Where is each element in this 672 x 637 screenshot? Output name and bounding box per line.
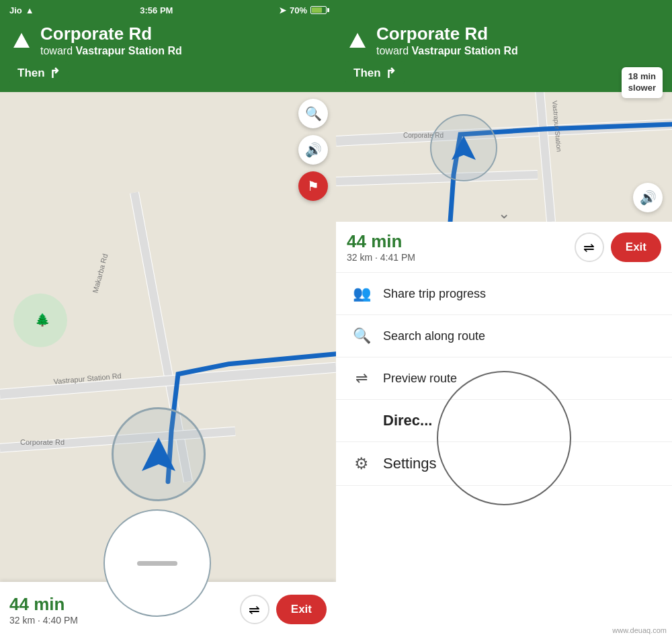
search-route-icon: 🔍 xyxy=(349,327,374,345)
location-icon: ➤ xyxy=(279,5,286,15)
left-nav-header: Corporate Rd toward Vastrapur Station Rd… xyxy=(0,20,336,92)
carrier-text: Jio xyxy=(9,5,22,15)
left-map-area: 🌲 Makarba Rd Vastrapur Station Rd Corpor… xyxy=(0,92,336,582)
flag-button[interactable]: ⚑ xyxy=(298,171,328,201)
left-status-bar: Jio ▲ 3:56 PM ➤ 70% xyxy=(0,0,336,20)
menu-list: 👥 Share trip progress 🔍 Search along rou… xyxy=(336,273,672,637)
r-location-circle xyxy=(430,114,497,181)
share-trip-icon: 👥 xyxy=(349,285,374,302)
r-road-direction: toward Vastrapur Station Rd xyxy=(376,45,518,57)
settings-label: Settings xyxy=(383,455,437,472)
tooltip-line2: slower xyxy=(628,83,656,93)
location-arrow-icon xyxy=(142,437,175,471)
r-turn-right-icon: ↱ xyxy=(385,65,396,81)
menu-item-preview-route[interactable]: ⇌ Preview route xyxy=(336,357,672,400)
rt-time-sub: 32 km · 4:41 PM xyxy=(347,252,575,263)
settings-icon: ⚙ xyxy=(349,454,374,473)
menu-item-share-trip[interactable]: 👥 Share trip progress xyxy=(336,273,672,315)
time-sub: 32 km · 4:40 PM xyxy=(9,615,233,626)
share-trip-label: Share trip progress xyxy=(383,287,486,301)
swap-route-button[interactable]: ⇌ xyxy=(240,595,269,624)
r-swap-route-button[interactable]: ⇌ xyxy=(575,232,604,262)
road-direction: toward Vastrapur Station Rd xyxy=(40,45,182,57)
rt-time-main: 44 min xyxy=(347,231,575,252)
then-label: Then xyxy=(17,67,45,80)
swipe-handle xyxy=(137,561,177,566)
r-sound-button[interactable]: 🔊 xyxy=(633,183,663,212)
right-map-controls: 🔊 xyxy=(633,183,663,212)
sound-button[interactable]: 🔊 xyxy=(298,135,328,165)
tooltip-line1: 18 min xyxy=(628,71,656,81)
road-name: Corporate Rd xyxy=(40,24,182,44)
preview-route-icon: ⇌ xyxy=(349,370,374,387)
r-location-arrow-icon xyxy=(452,136,476,160)
battery-percent: 70% xyxy=(290,5,307,15)
battery-icon xyxy=(310,6,327,14)
then-badge: Then ↱ xyxy=(9,61,69,85)
r-then-label: Then xyxy=(353,67,381,80)
swipe-circle[interactable] xyxy=(103,509,211,617)
left-phone-panel: Jio ▲ 3:56 PM ➤ 70% Corporate Rd toward … xyxy=(0,0,336,637)
nav-up-arrow-icon xyxy=(9,28,34,52)
svg-text:🌲: 🌲 xyxy=(35,312,50,327)
preview-route-label: Preview route xyxy=(383,372,457,386)
r-road-name: Corporate Rd xyxy=(376,24,518,44)
menu-item-search-route[interactable]: 🔍 Search along route xyxy=(336,315,672,357)
location-circle xyxy=(112,407,206,501)
right-map-area: Vastrapur Station Rd Corporate Rd Vastra… xyxy=(336,0,672,222)
status-left: Jio ▲ xyxy=(9,5,34,15)
watermark: www.deuaq.com xyxy=(612,626,667,634)
menu-item-settings[interactable]: ⚙ Settings xyxy=(336,442,672,486)
map-controls: 🔍 🔊 ⚑ xyxy=(298,99,328,201)
wifi-icon: ▲ xyxy=(26,5,34,15)
right-phone-panel: Vastrapur Station Rd Corporate Rd Vastra… xyxy=(336,0,672,637)
directions-label: Direc... xyxy=(383,412,432,429)
route-time-info: 44 min 32 km · 4:41 PM xyxy=(347,231,575,263)
route-action-buttons: ⇌ Exit xyxy=(575,232,661,262)
route-info-bar: 44 min 32 km · 4:41 PM ⇌ Exit xyxy=(336,222,672,273)
r-then-badge: Then ↱ xyxy=(345,61,405,85)
svg-text:Corporate Rd: Corporate Rd xyxy=(20,437,65,445)
exit-button[interactable]: Exit xyxy=(276,595,327,624)
status-right: ➤ 70% xyxy=(279,5,327,15)
search-route-label: Search along route xyxy=(383,329,485,343)
menu-item-directions[interactable]: Direc... xyxy=(336,400,672,442)
collapse-chevron-icon[interactable]: ⌄ xyxy=(498,205,510,222)
r-nav-up-arrow-icon xyxy=(345,28,370,52)
turn-right-icon: ↱ xyxy=(49,65,60,81)
time-text: 3:56 PM xyxy=(140,5,173,15)
r-exit-button[interactable]: Exit xyxy=(611,232,661,262)
search-button[interactable]: 🔍 xyxy=(298,99,328,128)
slower-tooltip: 18 min slower xyxy=(622,67,663,98)
